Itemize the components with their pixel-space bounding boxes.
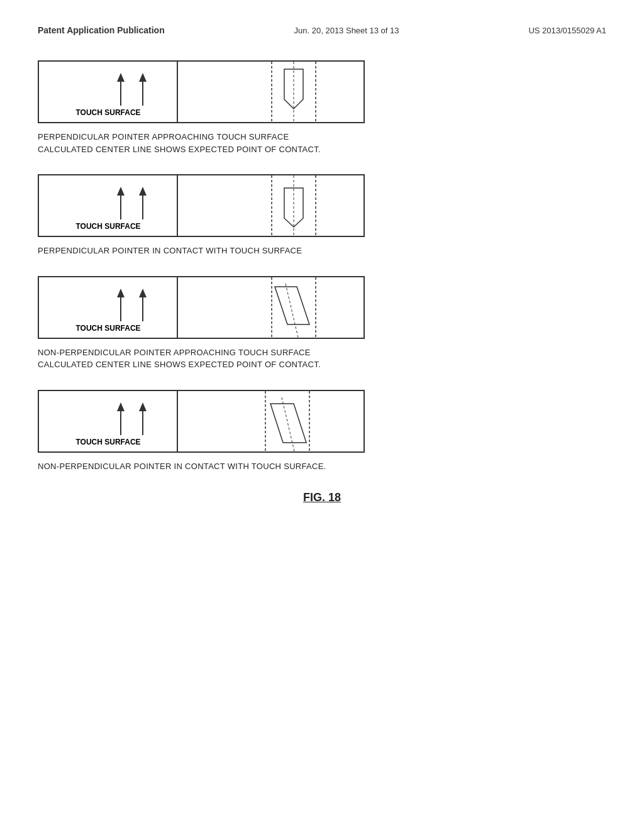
diagram-3: TOUCH SURFACE [38,276,365,339]
svg-marker-24 [139,289,147,297]
page: Patent Application Publication Jun. 20, … [0,0,644,830]
svg-marker-38 [270,404,306,443]
svg-marker-34 [139,402,147,411]
diagram-2: TOUCH SURFACE [38,174,365,237]
svg-text:TOUCH SURFACE: TOUCH SURFACE [75,222,140,231]
svg-marker-32 [117,402,125,411]
caption-3-line1: NON-PERPENDICULAR POINTER APPROACHING TO… [38,346,606,359]
page-header: Patent Application Publication Jun. 20, … [38,25,606,35]
svg-marker-28 [275,287,309,324]
caption-4-line1: NON-PERPENDICULAR POINTER IN CONTACT WIT… [38,460,606,473]
diagram-block-2: TOUCH SURFACE PERPENDICULAR POINTER IN C… [38,174,606,257]
diagram-block-4: TOUCH SURFACE NON-PERPENDICULAR POINTER … [38,390,606,473]
svg-marker-14 [139,187,147,196]
caption-1-line1: PERPENDICULAR POINTER APPROACHING TOUCH … [38,131,606,143]
caption-2-line1: PERPENDICULAR POINTER IN CONTACT WITH TO… [38,245,606,257]
header-center: Jun. 20, 2013 Sheet 13 of 13 [294,26,399,35]
svg-marker-22 [117,289,125,297]
header-right: US 2013/0155029 A1 [528,26,606,35]
diagram-block-1: TOUCH SURFACE PERPENDICULAR POINTER APPR… [38,60,606,155]
svg-marker-12 [117,187,125,196]
caption-2: PERPENDICULAR POINTER IN CONTACT WITH TO… [38,245,606,257]
caption-3-line2: CALCULATED CENTER LINE SHOWS EXPECTED PO… [38,358,606,371]
caption-1: PERPENDICULAR POINTER APPROACHING TOUCH … [38,131,606,155]
figure-label: FIG. 18 [38,491,606,504]
diagram-1: TOUCH SURFACE [38,60,365,123]
svg-text:TOUCH SURFACE: TOUCH SURFACE [75,438,140,446]
diagram-block-3: TOUCH SURFACE NON-PERPENDICULAR POINTER … [38,276,606,371]
caption-3: NON-PERPENDICULAR POINTER APPROACHING TO… [38,346,606,371]
diagram-2-svg: TOUCH SURFACE [39,175,364,237]
header-left: Patent Application Publication [38,25,165,35]
svg-marker-4 [139,73,147,82]
diagram-3-svg: TOUCH SURFACE [39,277,364,339]
caption-4: NON-PERPENDICULAR POINTER IN CONTACT WIT… [38,460,606,473]
svg-text:TOUCH SURFACE: TOUCH SURFACE [75,324,140,333]
svg-line-29 [286,284,299,339]
svg-line-39 [282,397,295,453]
diagram-1-svg: TOUCH SURFACE [39,62,364,123]
caption-1-line2: CALCULATED CENTER LINE SHOWS EXPECTED PO… [38,143,606,156]
svg-text:TOUCH SURFACE: TOUCH SURFACE [75,108,140,117]
svg-marker-2 [117,73,125,82]
diagram-4: TOUCH SURFACE [38,390,365,453]
diagram-4-svg: TOUCH SURFACE [39,391,364,453]
